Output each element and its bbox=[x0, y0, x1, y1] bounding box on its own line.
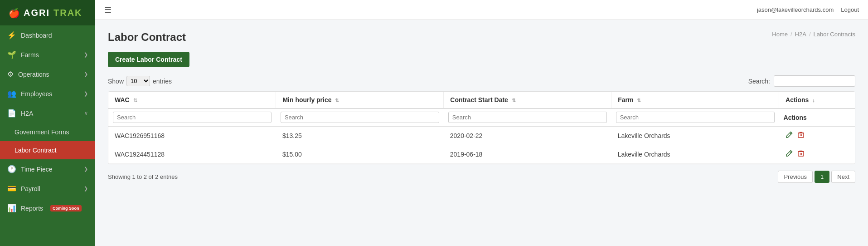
edit-button-2[interactable] bbox=[786, 150, 793, 159]
breadcrumb-current: Labor Contracts bbox=[814, 31, 856, 38]
svg-rect-3 bbox=[798, 152, 804, 156]
cell-date-2: 2019-06-18 bbox=[444, 145, 611, 164]
th-min-hourly-price-label: Min hourly price bbox=[282, 96, 331, 103]
edit-button-1[interactable] bbox=[786, 131, 793, 140]
hamburger-menu[interactable]: ☰ bbox=[104, 5, 112, 15]
operations-icon: ⚙ bbox=[7, 70, 14, 79]
column-search-row: Actions bbox=[108, 108, 855, 126]
dashboard-icon: ⚡ bbox=[7, 31, 16, 39]
h2a-arrow: ∨ bbox=[84, 110, 88, 116]
delete-button-1[interactable] bbox=[797, 131, 805, 140]
search-farm-input[interactable] bbox=[616, 112, 775, 123]
delete-icon-2 bbox=[797, 150, 805, 157]
app-logo: 🍎 AGRI TRAK bbox=[0, 0, 95, 25]
th-actions-sort: ↓ bbox=[812, 98, 815, 103]
th-min-hourly-price[interactable]: Min hourly price ⇅ bbox=[276, 92, 444, 108]
cell-farm-1: Lakeville Orchards bbox=[611, 126, 779, 145]
sidebar-label-operations: Operations bbox=[18, 71, 49, 78]
global-search: Search: bbox=[748, 75, 855, 87]
th-contract-start-date[interactable]: Contract Start Date ⇅ bbox=[444, 92, 611, 108]
th-wac[interactable]: WAC ⇅ bbox=[108, 92, 276, 108]
show-label: Show bbox=[108, 78, 124, 85]
edit-icon-2 bbox=[786, 150, 793, 157]
sidebar-item-labor-contract[interactable]: Labor Contract bbox=[0, 141, 95, 159]
edit-icon-1 bbox=[786, 131, 793, 138]
search-date-input[interactable] bbox=[448, 112, 607, 123]
svg-text:🍎: 🍎 bbox=[9, 8, 20, 19]
showing-entries: Showing 1 to 2 of 2 entries bbox=[108, 173, 178, 180]
search-cell-wac bbox=[108, 108, 276, 126]
next-button[interactable]: Next bbox=[831, 171, 855, 183]
payroll-icon: 💳 bbox=[7, 184, 16, 193]
app-name2: TRAK bbox=[53, 8, 82, 18]
breadcrumb-h2a[interactable]: H2A bbox=[795, 31, 806, 38]
sidebar-label-employees: Employees bbox=[21, 90, 52, 98]
timepiece-icon: 🕐 bbox=[7, 165, 16, 173]
search-wac-input[interactable] bbox=[113, 112, 272, 123]
cell-farm-2: Lakeville Orchards bbox=[611, 145, 779, 164]
th-farm[interactable]: Farm ⇅ bbox=[611, 92, 779, 108]
th-min-price-sort: ⇅ bbox=[335, 98, 339, 103]
delete-icon-1 bbox=[797, 131, 805, 138]
table-footer: Showing 1 to 2 of 2 entries Previous 1 N… bbox=[108, 171, 855, 183]
pagination: Previous 1 Next bbox=[778, 171, 855, 183]
previous-button[interactable]: Previous bbox=[778, 171, 813, 183]
th-date-sort: ⇅ bbox=[512, 98, 516, 103]
cell-date-1: 2020-02-22 bbox=[444, 126, 611, 145]
th-contract-start-date-label: Contract Start Date bbox=[450, 96, 508, 103]
sidebar-label-farms: Farms bbox=[21, 51, 39, 59]
action-buttons-2 bbox=[786, 150, 849, 159]
sidebar-item-employees[interactable]: 👥 Employees ❯ bbox=[0, 84, 95, 103]
cell-min-price-1: $13.25 bbox=[276, 126, 444, 145]
table-controls: Show 10 25 50 100 entries Search: bbox=[108, 75, 855, 87]
main-area: ☰ jason@lakevilleorchards.com Logout Lab… bbox=[95, 0, 868, 246]
table-row: WAC1926951168 $13.25 2020-02-22 Lakevill… bbox=[108, 126, 855, 145]
sidebar-item-dashboard[interactable]: ⚡ Dashboard bbox=[0, 25, 95, 45]
entries-label: entries bbox=[153, 78, 172, 85]
search-cell-min-price bbox=[276, 108, 444, 126]
reports-icon: 📊 bbox=[7, 204, 16, 212]
timepiece-arrow: ❯ bbox=[84, 166, 88, 172]
th-wac-sort: ⇅ bbox=[133, 98, 137, 103]
cell-actions-2 bbox=[779, 145, 855, 164]
sidebar-item-farms[interactable]: 🌱 Farms ❯ bbox=[0, 45, 95, 64]
page-1-button[interactable]: 1 bbox=[815, 171, 829, 183]
search-global-input[interactable] bbox=[774, 75, 855, 87]
farms-arrow: ❯ bbox=[84, 52, 88, 58]
sidebar-label-h2a: H2A bbox=[21, 110, 33, 117]
topbar-right: jason@lakevilleorchards.com Logout bbox=[757, 6, 859, 13]
search-min-price-input[interactable] bbox=[281, 112, 439, 123]
create-labor-contract-button[interactable]: Create Labor Contract bbox=[108, 52, 189, 67]
sidebar-item-government-forms[interactable]: Government Forms bbox=[0, 123, 95, 141]
labor-contracts-table: WAC ⇅ Min hourly price ⇅ Contract Start … bbox=[108, 92, 855, 164]
logout-button[interactable]: Logout bbox=[841, 6, 859, 13]
th-farm-sort: ⇅ bbox=[637, 98, 641, 103]
breadcrumb-home[interactable]: Home bbox=[772, 31, 788, 38]
page-title: Labor Contract bbox=[108, 31, 186, 44]
th-farm-label: Farm bbox=[618, 96, 633, 103]
breadcrumb-sep2: / bbox=[809, 31, 811, 38]
employees-arrow: ❯ bbox=[84, 91, 88, 97]
actions-header-cell: Actions bbox=[779, 108, 855, 126]
sidebar-item-payroll[interactable]: 💳 Payroll ❯ bbox=[0, 179, 95, 198]
sidebar-item-h2a[interactable]: 📄 H2A ∨ bbox=[0, 103, 95, 123]
sidebar-item-reports[interactable]: 📊 Reports Coming Soon bbox=[0, 198, 95, 218]
show-entries: Show 10 25 50 100 entries bbox=[108, 76, 172, 86]
svg-rect-2 bbox=[798, 133, 804, 138]
search-global-label: Search: bbox=[748, 78, 770, 85]
sidebar-item-time-piece[interactable]: 🕐 Time Piece ❯ bbox=[0, 159, 95, 179]
th-actions: Actions ↓ bbox=[779, 92, 855, 108]
payroll-arrow: ❯ bbox=[84, 186, 88, 192]
table-header-row: WAC ⇅ Min hourly price ⇅ Contract Start … bbox=[108, 92, 855, 108]
logo-icon: 🍎 bbox=[7, 6, 20, 19]
table-row: WAC1924451128 $15.00 2019-06-18 Lakevill… bbox=[108, 145, 855, 164]
table-body: WAC1926951168 $13.25 2020-02-22 Lakevill… bbox=[108, 126, 855, 164]
sidebar-item-operations[interactable]: ⚙ Operations ❯ bbox=[0, 64, 95, 84]
user-email: jason@lakevilleorchards.com bbox=[757, 6, 834, 13]
topbar: ☰ jason@lakevilleorchards.com Logout bbox=[95, 0, 868, 20]
entries-select[interactable]: 10 25 50 100 bbox=[126, 76, 150, 86]
table-wrapper: WAC ⇅ Min hourly price ⇅ Contract Start … bbox=[108, 91, 855, 164]
page-header: Labor Contract Home / H2A / Labor Contra… bbox=[108, 31, 855, 44]
delete-button-2[interactable] bbox=[797, 150, 805, 159]
content-area: Labor Contract Home / H2A / Labor Contra… bbox=[95, 20, 868, 246]
